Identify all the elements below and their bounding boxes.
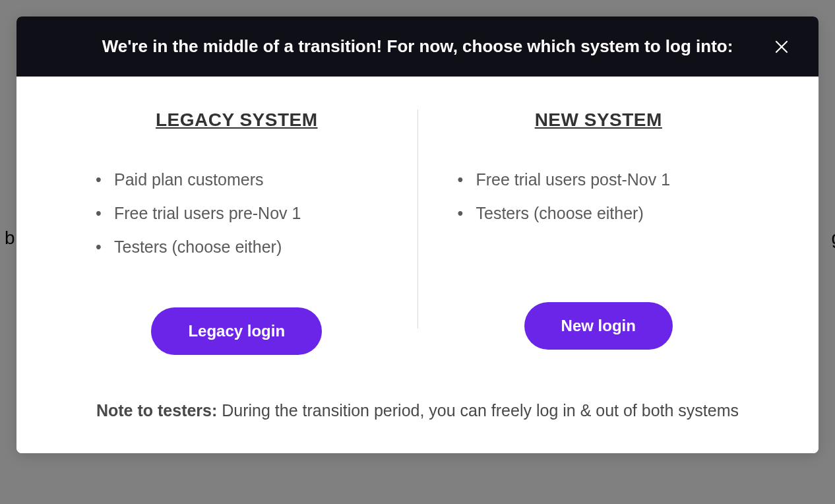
system-columns: LEGACY SYSTEM Paid plan customers Free t… <box>56 110 779 355</box>
tester-note-text: During the transition period, you can fr… <box>222 401 739 420</box>
list-item: Free trial users post-Nov 1 <box>458 170 671 189</box>
new-system-title: NEW SYSTEM <box>535 110 662 131</box>
modal-header: We're in the middle of a transition! For… <box>16 16 819 77</box>
list-item: Testers (choose either) <box>458 204 671 223</box>
new-login-button[interactable]: New login <box>524 302 673 350</box>
modal-header-text: We're in the middle of a transition! For… <box>102 36 733 57</box>
tester-note-label: Note to testers: <box>96 401 217 420</box>
new-system-bullets: Free trial users post-Nov 1 Testers (cho… <box>445 170 671 266</box>
list-item: Free trial users pre-Nov 1 <box>96 204 301 223</box>
legacy-system-bullets: Paid plan customers Free trial users pre… <box>82 170 301 271</box>
tester-note: Note to testers: During the transition p… <box>56 401 779 420</box>
close-icon <box>774 39 789 55</box>
bg-text-right: g <box>831 228 835 249</box>
list-item: Paid plan customers <box>96 170 301 189</box>
legacy-system-title: LEGACY SYSTEM <box>156 110 318 131</box>
modal-body: LEGACY SYSTEM Paid plan customers Free t… <box>16 77 819 453</box>
transition-login-modal: We're in the middle of a transition! For… <box>16 16 819 453</box>
new-system-column: NEW SYSTEM Free trial users post-Nov 1 T… <box>418 110 780 355</box>
legacy-system-column: LEGACY SYSTEM Paid plan customers Free t… <box>56 110 417 355</box>
legacy-login-button[interactable]: Legacy login <box>151 307 322 355</box>
list-item: Testers (choose either) <box>96 237 301 257</box>
close-button[interactable] <box>771 36 792 57</box>
bg-text-left: r b <box>0 228 15 249</box>
